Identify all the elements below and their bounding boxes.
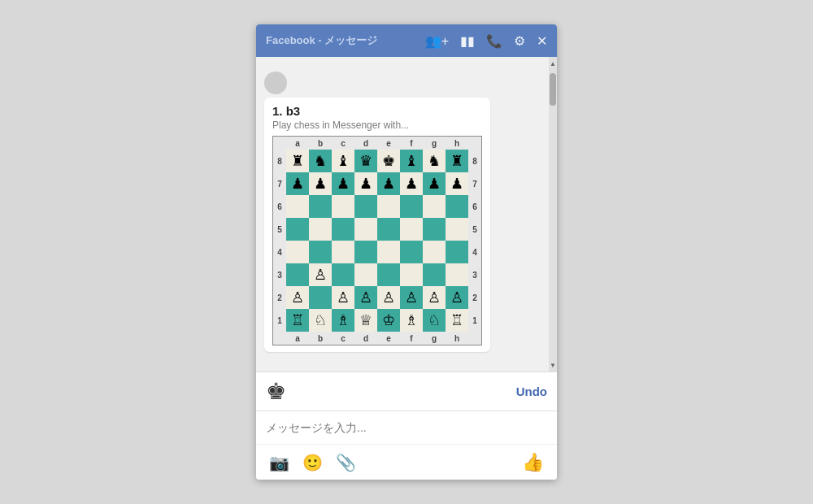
cell-a5[interactable] <box>286 218 309 241</box>
cell-g2[interactable]: ♙ <box>423 286 446 309</box>
camera-icon[interactable]: 📷 <box>269 453 289 472</box>
chess-king-icon: ♚ <box>266 378 286 405</box>
cell-d1[interactable]: ♕ <box>354 309 377 332</box>
cell-h5[interactable] <box>446 218 468 241</box>
cell-b7[interactable]: ♟ <box>309 172 332 195</box>
col-label-g: g <box>423 139 446 148</box>
attachment-icon[interactable]: 📎 <box>336 453 356 472</box>
close-icon[interactable]: ✕ <box>537 33 547 49</box>
cell-b3[interactable]: ♙ <box>309 263 332 286</box>
cell-c4[interactable] <box>332 241 354 263</box>
cell-e2[interactable]: ♙ <box>377 286 400 309</box>
row-label-7: 7 <box>273 172 286 195</box>
cell-c6[interactable] <box>332 195 354 218</box>
scroll-down-arrow[interactable]: ▼ <box>549 358 557 371</box>
col-label-a: a <box>286 139 309 148</box>
emoji-icon[interactable]: 🙂 <box>302 453 323 472</box>
cell-e4[interactable] <box>377 241 400 263</box>
cell-f3[interactable] <box>400 263 423 286</box>
cell-e6[interactable] <box>377 195 400 218</box>
cell-b6[interactable] <box>309 195 332 218</box>
like-button[interactable]: 👍 <box>522 452 544 473</box>
cell-g4[interactable] <box>423 241 446 263</box>
col-label-bot-h: h <box>446 334 468 343</box>
cell-g7[interactable]: ♟ <box>423 172 446 195</box>
cell-d2[interactable]: ♙ <box>354 286 377 309</box>
cell-f7[interactable]: ♟ <box>400 172 423 195</box>
cell-a6[interactable] <box>286 195 309 218</box>
col-label-bot-a: a <box>286 334 309 343</box>
cell-h7[interactable]: ♟ <box>446 172 468 195</box>
cell-e5[interactable] <box>377 218 400 241</box>
messenger-window: Facebook - メッセージ 👥+ ▮▮ 📞 ⚙ ✕ 1. b3 Play … <box>256 24 557 480</box>
row-label-7-r: 7 <box>468 172 481 195</box>
cell-d6[interactable] <box>354 195 377 218</box>
cell-a4[interactable] <box>286 241 309 263</box>
cell-g5[interactable] <box>423 218 446 241</box>
cell-f6[interactable] <box>400 195 423 218</box>
cell-e1[interactable]: ♔ <box>377 309 400 332</box>
cell-d4[interactable] <box>354 241 377 263</box>
board-row-5: 5 5 <box>273 218 481 241</box>
cell-c7[interactable]: ♟ <box>332 172 354 195</box>
cell-b4[interactable] <box>309 241 332 263</box>
cell-c8[interactable]: ♝ <box>332 150 354 172</box>
undo-button[interactable]: Undo <box>516 385 547 398</box>
cell-h6[interactable] <box>446 195 468 218</box>
cell-e8[interactable]: ♚ <box>377 150 400 172</box>
scrollbar[interactable]: ▲ ▼ <box>549 57 557 371</box>
cell-f5[interactable] <box>400 218 423 241</box>
chess-board[interactable]: a b c d e f g h 8 ♜ <box>272 136 482 345</box>
cell-e3[interactable] <box>377 263 400 286</box>
row-label-8: 8 <box>273 150 286 172</box>
message-input[interactable] <box>266 418 547 437</box>
cell-d8[interactable]: ♛ <box>354 150 377 172</box>
header-icons: 👥+ ▮▮ 📞 ⚙ ✕ <box>425 33 547 49</box>
board-row-6: 6 6 <box>273 195 481 218</box>
cell-f8[interactable]: ♝ <box>400 150 423 172</box>
video-icon[interactable]: ▮▮ <box>460 33 475 49</box>
phone-icon[interactable]: 📞 <box>486 33 502 49</box>
row-label-3-r: 3 <box>468 263 481 286</box>
cell-h8[interactable]: ♜ <box>446 150 468 172</box>
gear-icon[interactable]: ⚙ <box>514 33 525 49</box>
cell-d3[interactable] <box>354 263 377 286</box>
scroll-up-arrow[interactable]: ▲ <box>549 57 557 70</box>
cell-b1[interactable]: ♘ <box>309 309 332 332</box>
cell-g8[interactable]: ♞ <box>423 150 446 172</box>
add-friend-icon[interactable]: 👥+ <box>425 33 449 49</box>
cell-c2[interactable]: ♙ <box>332 286 354 309</box>
cell-b8[interactable]: ♞ <box>309 150 332 172</box>
cell-b5[interactable] <box>309 218 332 241</box>
cell-e7[interactable]: ♟ <box>377 172 400 195</box>
col-label-e: e <box>377 139 400 148</box>
cell-g1[interactable]: ♘ <box>423 309 446 332</box>
cell-d7[interactable]: ♟ <box>354 172 377 195</box>
cell-f1[interactable]: ♗ <box>400 309 423 332</box>
cell-a1[interactable]: ♖ <box>286 309 309 332</box>
col-label-bot-g: g <box>423 334 446 343</box>
row-label-4-r: 4 <box>468 241 481 263</box>
cell-f2[interactable]: ♙ <box>400 286 423 309</box>
cell-g6[interactable] <box>423 195 446 218</box>
cell-a7[interactable]: ♟ <box>286 172 309 195</box>
scroll-thumb[interactable] <box>550 73 556 106</box>
chess-move: 1. b3 <box>272 104 482 118</box>
board-row-1: 1 ♖ ♘ ♗ ♕ ♔ ♗ ♘ ♖ 1 <box>273 309 481 332</box>
cell-g3[interactable] <box>423 263 446 286</box>
cell-c1[interactable]: ♗ <box>332 309 354 332</box>
col-label-c: c <box>332 139 354 148</box>
cell-a8[interactable]: ♜ <box>286 150 309 172</box>
cell-c5[interactable] <box>332 218 354 241</box>
cell-d5[interactable] <box>354 218 377 241</box>
cell-h3[interactable] <box>446 263 468 286</box>
cell-a2[interactable]: ♙ <box>286 286 309 309</box>
cell-h2[interactable]: ♙ <box>446 286 468 309</box>
board-row-3: 3 ♙ 3 <box>273 263 481 286</box>
cell-h1[interactable]: ♖ <box>446 309 468 332</box>
cell-h4[interactable] <box>446 241 468 263</box>
cell-c3[interactable] <box>332 263 354 286</box>
cell-f4[interactable] <box>400 241 423 263</box>
cell-a3[interactable] <box>286 263 309 286</box>
cell-b2[interactable] <box>309 286 332 309</box>
